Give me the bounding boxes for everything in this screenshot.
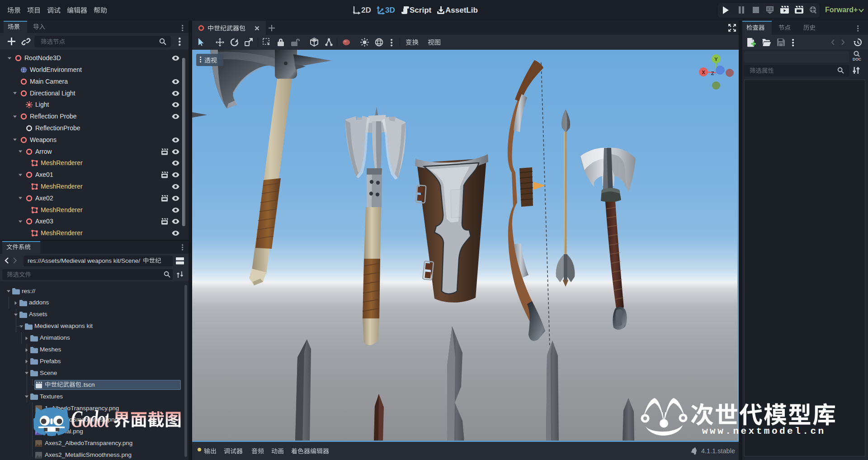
svg-text:Z: Z	[711, 71, 714, 76]
svg-text:DOC: DOC	[853, 57, 861, 62]
svg-text:X: X	[702, 70, 705, 75]
svg-text:Y: Y	[714, 57, 718, 62]
